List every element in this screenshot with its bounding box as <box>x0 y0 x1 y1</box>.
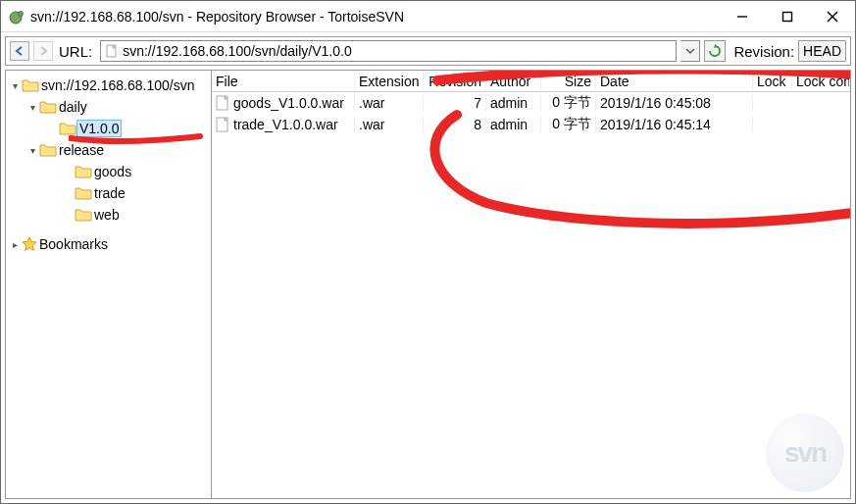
cell-author: admin <box>486 117 541 132</box>
revision-label: Revision: <box>733 43 794 60</box>
list-header: File Extension Revision Author Size Date… <box>212 71 850 92</box>
tree-root-label: svn://192.168.68.100/svn <box>39 77 196 93</box>
col-revision[interactable]: Revision <box>424 71 486 91</box>
folder-icon <box>75 207 92 223</box>
cell-date: 2019/1/16 0:45:08 <box>596 95 753 111</box>
folder-icon <box>59 121 76 136</box>
refresh-button[interactable] <box>704 40 726 62</box>
svg-point-1 <box>19 11 24 16</box>
minimize-button[interactable] <box>720 1 765 31</box>
revision-head-button[interactable]: HEAD <box>798 40 846 62</box>
tree-bookmarks[interactable]: ▸ Bookmarks <box>6 233 211 255</box>
cell-date: 2019/1/16 0:45:14 <box>596 117 753 132</box>
url-label: URL: <box>59 43 92 60</box>
chevron-down-icon: ▾ <box>25 145 39 156</box>
cell-size: 0 字节 <box>541 116 596 133</box>
col-lock[interactable]: Lock <box>753 71 792 91</box>
tree-label: V1.0.0 <box>76 120 122 137</box>
file-icon <box>216 95 229 111</box>
close-button[interactable] <box>810 1 855 31</box>
tree-label: trade <box>92 185 127 201</box>
tree-node-web[interactable]: web <box>6 204 211 226</box>
url-input[interactable]: svn://192.168.68.100/svn/daily/V1.0.0 <box>100 40 677 62</box>
tree-pane: ▾ svn://192.168.68.100/svn ▾ daily V1.0.… <box>6 71 212 498</box>
cell-size: 0 字节 <box>541 94 596 112</box>
file-list-pane: File Extension Revision Author Size Date… <box>212 71 850 498</box>
window-buttons <box>720 1 855 31</box>
tree-node-goods[interactable]: goods <box>6 161 211 182</box>
chevron-right-icon: ▸ <box>8 239 22 250</box>
cell-rev: 8 <box>424 117 486 132</box>
back-button[interactable] <box>10 41 29 61</box>
svg-rect-3 <box>783 12 792 21</box>
cell-author: admin <box>486 95 541 111</box>
col-date[interactable]: Date <box>596 71 753 91</box>
url-toolbar: URL: svn://192.168.68.100/svn/daily/V1.0… <box>5 36 851 66</box>
tree-label: daily <box>57 99 89 115</box>
folder-icon <box>22 77 39 93</box>
table-row[interactable]: trade_V1.0.0.war.war8admin0 字节2019/1/16 … <box>212 114 850 135</box>
tree-node-release[interactable]: ▾ release <box>6 139 211 161</box>
star-icon <box>22 236 37 252</box>
titlebar: svn://192.168.68.100/svn - Repository Br… <box>1 1 855 32</box>
tree-node-trade[interactable]: trade <box>6 182 211 204</box>
tortoisesvn-icon <box>7 8 25 25</box>
col-size[interactable]: Size <box>541 71 596 91</box>
col-lock-comment[interactable]: Lock comme <box>792 71 850 91</box>
col-extension[interactable]: Extension <box>355 71 424 91</box>
cell-ext: .war <box>355 95 424 111</box>
folder-icon <box>39 142 57 158</box>
window-title: svn://192.168.68.100/svn - Repository Br… <box>30 9 720 25</box>
tree-label: goods <box>92 164 133 179</box>
tree-root[interactable]: ▾ svn://192.168.68.100/svn <box>6 75 211 96</box>
folder-icon <box>39 99 57 115</box>
forward-button[interactable] <box>33 41 53 61</box>
url-text: svn://192.168.68.100/svn/daily/V1.0.0 <box>123 43 352 59</box>
cell-file: trade_V1.0.0.war <box>233 117 338 132</box>
table-row[interactable]: goods_V1.0.0.war.war7admin0 字节2019/1/16 … <box>212 92 850 114</box>
file-icon <box>216 117 229 132</box>
cell-rev: 7 <box>424 95 486 111</box>
col-file[interactable]: File <box>212 71 355 91</box>
window: svn://192.168.68.100/svn - Repository Br… <box>0 0 856 504</box>
svn-watermark: svn <box>766 414 844 492</box>
tree-node-v100[interactable]: V1.0.0 <box>6 118 211 139</box>
tree-label: web <box>92 207 122 223</box>
cell-ext: .war <box>355 117 424 132</box>
chevron-down-icon: ▾ <box>25 102 39 113</box>
head-label: HEAD <box>803 43 841 59</box>
folder-icon <box>75 185 92 201</box>
file-icon <box>105 44 119 58</box>
col-author[interactable]: Author <box>486 71 541 91</box>
list-body: goods_V1.0.0.war.war7admin0 字节2019/1/16 … <box>212 92 850 135</box>
folder-icon <box>75 164 92 179</box>
bookmarks-label: Bookmarks <box>37 236 110 252</box>
chevron-down-icon: ▾ <box>8 80 22 91</box>
main-area: ▾ svn://192.168.68.100/svn ▾ daily V1.0.… <box>5 70 851 499</box>
cell-file: goods_V1.0.0.war <box>233 95 344 111</box>
url-dropdown[interactable] <box>680 40 700 62</box>
tree-label: release <box>57 142 106 158</box>
maximize-button[interactable] <box>765 1 810 31</box>
tree-node-daily[interactable]: ▾ daily <box>6 96 211 118</box>
